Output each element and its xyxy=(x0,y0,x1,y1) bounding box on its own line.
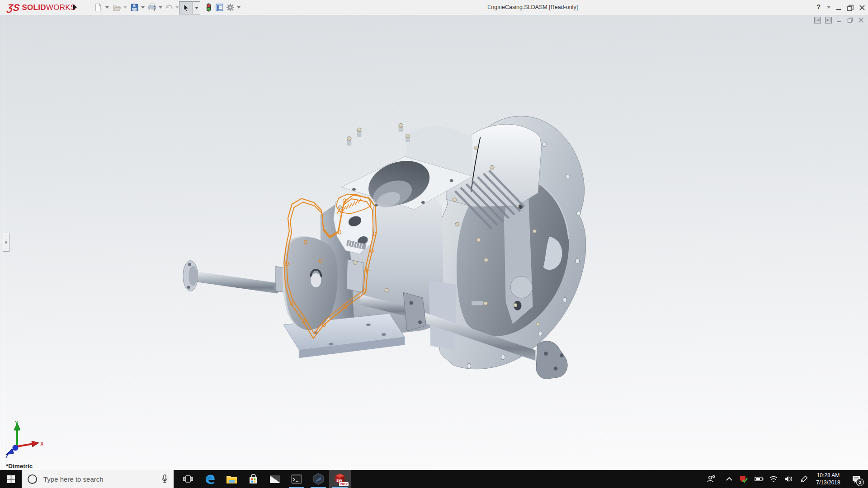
wifi-tray-button[interactable] xyxy=(767,470,780,488)
undo-button[interactable] xyxy=(165,3,173,12)
hexagon-app-button[interactable] xyxy=(307,470,329,488)
dassault-logo-icon: ƷS xyxy=(7,2,20,13)
print-button[interactable] xyxy=(148,3,156,12)
search-input[interactable] xyxy=(42,475,161,483)
microphone-icon[interactable] xyxy=(161,474,168,483)
doc-minimize-button[interactable] xyxy=(836,17,843,23)
start-button[interactable] xyxy=(0,470,22,488)
mail-icon xyxy=(269,475,281,483)
separator xyxy=(69,0,69,15)
speaker-icon xyxy=(784,475,793,483)
collapse-pane-left-button[interactable] xyxy=(814,17,821,23)
print-icon xyxy=(148,3,156,12)
clock-time: 10:28 AM xyxy=(813,472,843,479)
pane-arrow-left-icon xyxy=(814,17,821,23)
show-hidden-icons-button[interactable] xyxy=(722,470,736,488)
triad-y-label: Y xyxy=(15,420,19,426)
save-button[interactable] xyxy=(130,3,139,12)
command-prompt-button[interactable] xyxy=(286,470,307,488)
close-button[interactable] xyxy=(858,3,867,12)
window-title: EngineCasing.SLDASM [Read-only] xyxy=(487,4,578,10)
chevron-up-icon xyxy=(726,477,733,481)
taskbar-search[interactable] xyxy=(22,470,174,488)
help-button[interactable]: ? xyxy=(816,3,821,10)
solidworks-app-button[interactable]: SW 2017 xyxy=(329,470,351,488)
cortana-icon xyxy=(28,474,37,484)
select-cursor-icon xyxy=(183,4,189,12)
notification-count-badge: 2 xyxy=(856,479,864,486)
battery-tray-button[interactable] xyxy=(752,470,765,488)
file-properties-button[interactable] xyxy=(215,3,224,12)
rebuild-traffic-light-icon xyxy=(204,3,213,12)
print-dropdown[interactable] xyxy=(159,6,162,9)
triad-z-label: Z xyxy=(5,454,8,458)
undo-dropdown[interactable] xyxy=(175,6,179,9)
windows-logo-icon xyxy=(7,475,15,483)
new-document-button[interactable] xyxy=(94,3,103,12)
store-icon xyxy=(248,474,259,484)
view-orientation-label: *Dimetric xyxy=(6,463,33,469)
open-dropdown[interactable] xyxy=(123,6,127,9)
pane-arrow-right-icon xyxy=(825,17,832,23)
help-dropdown[interactable] xyxy=(827,6,830,9)
restore-icon xyxy=(846,3,855,12)
edge-icon xyxy=(204,474,216,485)
doc-restore-button[interactable] xyxy=(847,17,854,23)
caret-down-icon xyxy=(195,7,198,9)
store-button[interactable] xyxy=(242,470,264,488)
close-icon xyxy=(858,3,867,12)
right-arrow-icon xyxy=(73,5,77,10)
rebuild-button[interactable] xyxy=(204,3,213,12)
side-cover-plate[interactable] xyxy=(283,236,338,330)
doc-restore-icon xyxy=(847,17,854,23)
orientation-triad: Y X Z xyxy=(2,419,45,458)
file-explorer-button[interactable] xyxy=(221,470,242,488)
left-axle[interactable] xyxy=(183,261,294,294)
command-prompt-icon xyxy=(291,474,302,484)
hexagon-app-icon xyxy=(313,473,324,485)
options-dropdown[interactable] xyxy=(237,6,241,9)
engine-casing-3d-model[interactable] xyxy=(0,15,868,470)
volume-tray-button[interactable] xyxy=(782,470,795,488)
sw-shield-check-icon xyxy=(739,474,748,483)
restore-button[interactable] xyxy=(846,3,855,12)
file-properties-icon xyxy=(215,3,224,12)
new-document-icon xyxy=(94,3,103,12)
taskbar-clock[interactable]: 10:28 AM 7/13/2018 xyxy=(813,472,843,486)
file-explorer-icon xyxy=(226,474,237,484)
minimize-icon xyxy=(834,3,843,12)
triad-x-label: X xyxy=(40,441,44,446)
save-dropdown[interactable] xyxy=(141,6,145,9)
clock-date: 7/13/2018 xyxy=(813,479,843,486)
task-view-icon xyxy=(183,474,193,483)
save-icon xyxy=(130,3,139,12)
open-button[interactable] xyxy=(113,3,121,12)
solidworks-logo: ƷS SOLIDWORKS xyxy=(7,2,76,14)
mail-button[interactable] xyxy=(264,470,286,488)
pen-tray-button[interactable] xyxy=(797,470,811,488)
document-window-controls xyxy=(814,17,864,23)
open-folder-icon xyxy=(113,3,121,12)
select-dropdown[interactable] xyxy=(193,2,200,14)
splitter-grip-icon xyxy=(5,241,7,244)
sw-year-badge: 2017 xyxy=(339,482,349,486)
solidworks-monitor-tray[interactable] xyxy=(737,470,750,488)
edge-button[interactable] xyxy=(199,470,221,488)
brand-bold: SOLID xyxy=(22,3,46,12)
graphics-viewport[interactable]: Y X Z *Dimetric xyxy=(0,15,868,470)
collapse-pane-right-button[interactable] xyxy=(825,17,832,23)
minimize-button[interactable] xyxy=(834,3,843,12)
select-tool-active[interactable] xyxy=(179,1,200,14)
battery-icon xyxy=(754,476,764,482)
wifi-icon xyxy=(769,475,778,483)
doc-minimize-icon xyxy=(836,17,843,23)
task-view-button[interactable] xyxy=(177,470,199,488)
menu-flyout-button[interactable] xyxy=(71,2,79,12)
people-tray-button[interactable] xyxy=(704,470,718,488)
doc-close-button[interactable] xyxy=(858,17,864,23)
new-dropdown[interactable] xyxy=(105,6,109,9)
action-center-button[interactable]: 2 xyxy=(847,470,865,488)
options-button[interactable] xyxy=(226,3,235,12)
feature-panel-splitter[interactable] xyxy=(3,233,9,252)
undo-icon xyxy=(165,3,173,12)
